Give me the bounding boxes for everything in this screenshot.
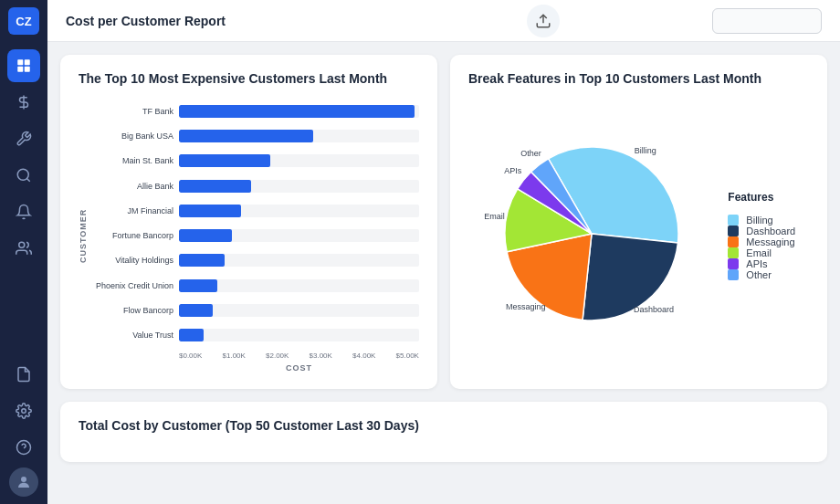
bar-track	[179, 180, 419, 193]
legend-item: Billing	[728, 215, 795, 226]
sidebar-item-billing[interactable]	[7, 86, 40, 119]
bar-label: Big Bank USA	[91, 131, 173, 141]
bar-track	[179, 229, 419, 242]
legend-label: Other	[746, 269, 772, 280]
svg-rect-0	[17, 59, 23, 65]
filter-button[interactable]	[712, 8, 822, 34]
legend-item: Dashboard	[728, 226, 795, 236]
sidebar-item-settings[interactable]	[7, 394, 40, 427]
bar-label: Main St. Bank	[91, 156, 173, 165]
legend-label: Messaging	[746, 236, 794, 247]
bar-label: Phoenix Credit Union	[91, 281, 173, 290]
sidebar-bottom	[7, 358, 40, 497]
sidebar-item-documents[interactable]	[7, 358, 40, 391]
app-logo: CZ	[8, 7, 39, 35]
charts-row: The Top 10 Most Expensive Customers Last…	[60, 55, 827, 389]
svg-point-8	[22, 409, 26, 414]
dollar-icon	[16, 94, 32, 110]
svg-rect-2	[17, 67, 23, 72]
sidebar-item-notifications[interactable]	[7, 195, 40, 228]
export-button[interactable]	[527, 5, 560, 37]
legend-color	[728, 269, 739, 280]
x-tick: $2.00K	[266, 352, 289, 360]
svg-rect-3	[25, 67, 30, 72]
bar-label: TF Bank	[91, 107, 173, 116]
main-area: Cost per Customer Report The Top 10 Most…	[47, 0, 840, 504]
svg-point-5	[17, 169, 28, 180]
x-axis: $0.00K$1.00K$2.00K$3.00K$4.00K$5.00K	[91, 348, 419, 360]
sidebar-item-tools[interactable]	[7, 122, 40, 155]
bar-fill	[179, 229, 232, 242]
sidebar-item-users[interactable]	[7, 232, 40, 265]
gear-icon	[16, 403, 32, 419]
sidebar-item-profile[interactable]	[9, 467, 38, 497]
sidebar: CZ	[0, 0, 47, 504]
bar-track	[179, 154, 419, 167]
pie-chart-title: Break Features in Top 10 Customers Last …	[468, 71, 809, 86]
pie-label: Email	[484, 212, 505, 221]
bar-label: JM Financial	[91, 206, 173, 215]
page-title: Cost per Customer Report	[66, 14, 374, 28]
pie-chart-area: BillingDashboardMessagingEmailAPIsOther …	[468, 99, 809, 373]
sidebar-item-dashboard[interactable]	[7, 49, 40, 82]
bar-fill	[179, 304, 213, 317]
pie-chart-card: Break Features in Top 10 Customers Last …	[450, 55, 827, 389]
pie-svg: BillingDashboardMessagingEmailAPIsOther	[482, 124, 701, 343]
pie-legend: Features BillingDashboardMessagingEmailA…	[728, 191, 795, 280]
grid-icon	[16, 58, 32, 74]
legend-label: APIs	[746, 258, 767, 269]
bar-track	[179, 304, 419, 317]
x-tick: $4.00K	[352, 352, 375, 360]
bar-label: Value Trust	[91, 331, 173, 340]
content-area: The Top 10 Most Expensive Customers Last…	[47, 42, 840, 504]
legend-color	[728, 258, 739, 269]
svg-line-6	[26, 178, 29, 181]
bar-fill	[179, 154, 270, 167]
legend-item: Other	[728, 269, 795, 280]
bar-row: Vitality Holdings	[91, 250, 419, 270]
bar-fill	[179, 254, 225, 267]
bar-row: Big Bank USA	[91, 126, 419, 146]
bottom-card: Total Cost by Customer (Top 50 Customer …	[60, 402, 827, 462]
bar-label: Allie Bank	[91, 182, 173, 191]
legend-label: Email	[746, 247, 772, 258]
legend-color	[728, 226, 739, 236]
pie-label: Dashboard	[634, 305, 674, 314]
x-tick: $5.00K	[396, 352, 419, 360]
bar-track	[179, 205, 419, 217]
pie-wrapper: BillingDashboardMessagingEmailAPIsOther	[482, 124, 701, 347]
bar-track	[179, 254, 419, 267]
pie-label: Messaging	[506, 302, 546, 311]
search-icon	[16, 167, 32, 184]
profile-icon	[16, 474, 32, 490]
bar-fill	[179, 205, 241, 217]
sidebar-item-search[interactable]	[7, 159, 40, 192]
legend-items: BillingDashboardMessagingEmailAPIsOther	[728, 215, 795, 280]
x-label: COST	[91, 360, 419, 373]
bar-chart-inner: TF BankBig Bank USAMain St. BankAllie Ba…	[91, 99, 419, 373]
bar-row: TF Bank	[91, 101, 419, 121]
bars-container: TF BankBig Bank USAMain St. BankAllie Ba…	[91, 99, 419, 348]
legend-item: APIs	[728, 258, 795, 269]
x-tick: $0.00K	[179, 352, 202, 360]
x-tick: $1.00K	[223, 352, 246, 360]
pie-label: APIs	[504, 166, 522, 175]
export-icon	[535, 13, 551, 29]
legend-label: Billing	[746, 215, 772, 226]
bar-row: JM Financial	[91, 201, 419, 221]
bar-row: Fortune Bancorp	[91, 226, 419, 246]
x-tick: $3.00K	[310, 352, 332, 360]
bar-fill	[179, 279, 217, 292]
bar-y-label: CUSTOMER	[79, 99, 88, 373]
legend-item: Email	[728, 247, 795, 258]
bar-label: Fortune Bancorp	[91, 231, 173, 240]
bar-row: Main St. Bank	[91, 151, 419, 171]
bar-chart-card: The Top 10 Most Expensive Customers Last…	[60, 55, 437, 389]
bar-track	[179, 130, 419, 142]
bar-chart-title: The Top 10 Most Expensive Customers Last…	[79, 71, 419, 86]
header: Cost per Customer Report	[47, 0, 840, 42]
bar-fill	[179, 180, 251, 193]
legend-color	[728, 236, 739, 247]
legend-color	[728, 247, 739, 258]
sidebar-item-help[interactable]	[7, 431, 40, 464]
